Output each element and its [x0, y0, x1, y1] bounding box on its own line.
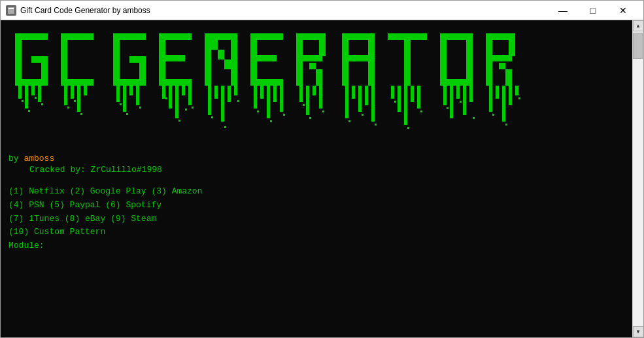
- svg-rect-84: [313, 86, 316, 95]
- svg-rect-12: [113, 33, 120, 86]
- minimize-button[interactable]: —: [548, 1, 578, 20]
- svg-rect-71: [188, 86, 192, 105]
- svg-rect-73: [214, 86, 218, 99]
- svg-rect-29: [250, 79, 283, 86]
- svg-rect-47: [466, 33, 473, 86]
- svg-rect-36: [309, 63, 316, 69]
- scroll-track: [633, 31, 643, 326]
- svg-rect-133: [407, 127, 409, 129]
- svg-rect-41: [342, 55, 375, 61]
- svg-rect-128: [322, 110, 324, 112]
- svg-rect-9: [61, 33, 67, 86]
- svg-rect-37: [316, 69, 322, 86]
- svg-rect-96: [443, 86, 447, 105]
- svg-rect-113: [120, 103, 122, 105]
- maximize-button[interactable]: □: [578, 1, 608, 20]
- svg-rect-65: [129, 86, 133, 95]
- svg-rect-91: [391, 86, 394, 99]
- svg-rect-137: [473, 117, 475, 119]
- svg-rect-64: [123, 86, 126, 112]
- svg-rect-117: [178, 120, 180, 122]
- scrollbar: ▲ ▼: [632, 20, 643, 337]
- svg-rect-114: [126, 113, 128, 115]
- svg-rect-125: [283, 114, 285, 116]
- svg-rect-43: [404, 33, 411, 86]
- svg-rect-129: [348, 120, 350, 122]
- svg-rect-131: [375, 124, 377, 126]
- svg-rect-82: [299, 86, 303, 102]
- svg-rect-19: [159, 55, 185, 61]
- svg-rect-97: [450, 86, 453, 118]
- svg-rect-24: [211, 40, 218, 50]
- svg-rect-58: [38, 86, 41, 102]
- scroll-thumb[interactable]: [633, 33, 643, 59]
- scroll-down-button[interactable]: ▼: [633, 326, 644, 337]
- close-button[interactable]: ✕: [608, 1, 638, 20]
- svg-rect-74: [221, 86, 224, 122]
- svg-rect-35: [303, 55, 309, 61]
- svg-rect-85: [319, 86, 322, 109]
- svg-rect-130: [362, 114, 364, 116]
- svg-rect-49: [486, 33, 512, 40]
- svg-rect-23: [205, 33, 211, 86]
- svg-rect-121: [224, 126, 226, 128]
- svg-rect-120: [211, 116, 213, 118]
- svg-rect-34: [319, 33, 326, 56]
- svg-rect-86: [345, 86, 348, 118]
- svg-rect-26: [224, 59, 231, 69]
- menu-line-1: (1) Netflix (2) Google Play (3) Amazon: [8, 185, 624, 199]
- svg-rect-80: [273, 86, 277, 102]
- svg-rect-57: [31, 86, 35, 95]
- main-window: Gift Card Code Generator by amboss — □ ✕: [0, 0, 644, 338]
- svg-rect-56: [25, 86, 28, 109]
- scroll-up-button[interactable]: ▲: [633, 20, 644, 31]
- svg-rect-123: [257, 110, 259, 112]
- svg-rect-108: [35, 97, 37, 99]
- svg-rect-62: [84, 86, 87, 95]
- svg-rect-126: [303, 104, 305, 106]
- svg-rect-66: [136, 86, 139, 105]
- svg-rect-81: [280, 86, 283, 112]
- author-line: by amboss: [8, 154, 624, 163]
- svg-rect-78: [260, 86, 263, 99]
- svg-rect-103: [502, 86, 505, 122]
- svg-rect-93: [404, 86, 407, 125]
- svg-rect-53: [499, 63, 505, 69]
- svg-rect-60: [71, 86, 74, 99]
- svg-rect-69: [175, 86, 178, 118]
- svg-rect-105: [515, 86, 518, 95]
- svg-rect-83: [306, 86, 309, 115]
- svg-rect-139: [505, 124, 507, 126]
- svg-rect-90: [371, 86, 375, 122]
- svg-rect-116: [165, 97, 167, 99]
- window-title: Gift Card Code Generator by amboss: [20, 6, 548, 15]
- menu-line-4: (10) Custom Pattern: [8, 226, 624, 239]
- svg-rect-101: [489, 86, 492, 112]
- svg-rect-112: [80, 113, 82, 115]
- menu-prompt: Module:: [8, 239, 624, 253]
- svg-rect-25: [218, 50, 224, 59]
- svg-rect-122: [237, 100, 239, 102]
- svg-rect-124: [270, 120, 272, 122]
- window-controls: — □ ✕: [548, 1, 638, 20]
- svg-rect-32: [296, 33, 322, 40]
- by-prefix: by: [8, 154, 24, 163]
- svg-rect-134: [420, 110, 422, 112]
- svg-rect-76: [234, 86, 237, 95]
- svg-rect-7: [31, 56, 48, 63]
- svg-rect-4: [15, 33, 22, 86]
- svg-rect-132: [394, 101, 396, 103]
- svg-rect-115: [139, 107, 141, 109]
- svg-rect-61: [77, 86, 80, 112]
- svg-rect-67: [162, 86, 165, 99]
- svg-rect-54: [505, 69, 512, 86]
- svg-rect-104: [509, 86, 512, 105]
- svg-rect-118: [185, 109, 187, 110]
- console-content: by amboss Cracked by: ZrCulillo#1998 (1)…: [1, 20, 632, 337]
- svg-rect-75: [228, 86, 231, 102]
- svg-rect-22: [231, 33, 237, 86]
- menu-line-2: (4) PSN (5) Paypal (6) Spotify: [8, 199, 624, 212]
- svg-rect-15: [129, 56, 146, 63]
- svg-rect-102: [496, 86, 499, 99]
- svg-rect-98: [456, 86, 460, 99]
